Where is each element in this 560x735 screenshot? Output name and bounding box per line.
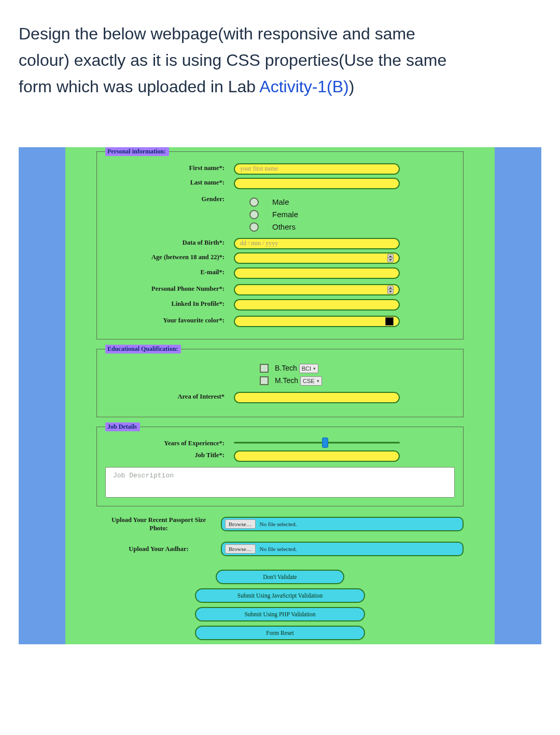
label-phone: Personal Phone Number*: [105, 284, 234, 293]
first-name-placeholder: your first name [240, 165, 278, 173]
gender-female-label: Female [272, 210, 298, 219]
mtech-select-value: CSE [303, 378, 315, 384]
phone-input[interactable] [234, 284, 400, 295]
slider-thumb-icon[interactable] [322, 437, 328, 448]
prompt-text: form which was uploaded in Lab [19, 77, 259, 96]
label-last-name: Last name*: [105, 178, 234, 187]
btech-select-value: BCI [302, 365, 311, 372]
gender-others-label: Others [272, 222, 296, 231]
gender-radio-female[interactable] [249, 210, 259, 219]
linkedin-input[interactable] [234, 299, 400, 310]
label-empty [105, 361, 234, 362]
prompt-text: colour) exactly as it is using CSS prope… [19, 51, 446, 69]
label-aoi: Area of Interest* [105, 392, 234, 401]
label-yoe: Years of Experience*: [105, 439, 234, 447]
form-canvas: Personal information: First name*: your … [65, 147, 495, 645]
browse-button[interactable]: Browse… [225, 544, 256, 554]
legend-personal: Personal information: [105, 147, 169, 156]
fieldset-education: Educational Qualification: B.Tech BCI ▾ [96, 345, 464, 417]
submit-stack: Don't Validate Submit Using JavaScript V… [96, 570, 464, 640]
gender-radio-male[interactable] [249, 197, 259, 207]
btech-checkbox[interactable] [260, 364, 269, 373]
legend-education: Educational Qualification: [105, 345, 181, 354]
dont-validate-button[interactable]: Don't Validate [216, 570, 344, 584]
fieldset-job: Job Details Years of Experience*: Job Ti… [96, 422, 464, 506]
email-input[interactable] [234, 267, 400, 279]
mtech-label: M.Tech [275, 376, 298, 385]
upload-photo-line2: Photo: [149, 525, 167, 532]
btech-select[interactable]: BCI ▾ [299, 364, 318, 373]
chevron-down-icon: ▾ [317, 378, 319, 384]
label-linkedin: Linked In Profile*: [105, 299, 234, 308]
upload-section: Upload Your Recent Passport Size Photo: … [96, 516, 464, 557]
label-age: Age (between 18 and 22)*: [105, 252, 234, 261]
chevron-down-icon: ▾ [313, 366, 316, 371]
dob-placeholder: dd / mm / yyyy [240, 239, 278, 247]
label-email: E-mail*: [105, 267, 234, 276]
legend-job: Job Details [105, 422, 140, 431]
question-prompt: Design the below webpage(with responsive… [19, 21, 541, 101]
upload-aadhar-input[interactable]: Browse… No file selected. [221, 542, 464, 556]
label-upload-aadhar: Upload Your Aadhar: [96, 545, 221, 553]
label-color: Your favourite color*: [105, 316, 234, 324]
mtech-checkbox[interactable] [260, 376, 269, 385]
upload-photo-line1: Upload Your Recent Passport Size [111, 516, 206, 524]
color-swatch-icon [385, 317, 394, 326]
first-name-input[interactable]: your first name [234, 163, 400, 175]
label-dob: Data of Birth*: [105, 238, 234, 247]
mtech-select[interactable]: CSE ▾ [300, 376, 322, 386]
label-upload-photo: Upload Your Recent Passport Size Photo: [96, 516, 221, 533]
no-file-text: No file selected. [260, 546, 297, 552]
screenshot-frame: Personal information: First name*: your … [19, 147, 541, 645]
yoe-slider[interactable] [234, 439, 400, 447]
aoi-input[interactable] [234, 392, 400, 403]
dob-input[interactable]: dd / mm / yyyy [234, 238, 400, 249]
gender-male-label: Male [272, 197, 289, 206]
jobdesc-placeholder: Job Description [113, 472, 174, 479]
jobtitle-input[interactable] [234, 450, 400, 462]
upload-photo-input[interactable]: Browse… No file selected. [221, 517, 464, 531]
submit-php-button[interactable]: Submit Using PHP Validation [195, 607, 365, 621]
color-input[interactable] [234, 316, 400, 327]
submit-js-button[interactable]: Submit Using JavaScript Validation [195, 588, 365, 603]
number-spinner-icon[interactable] [387, 254, 394, 262]
document-page: Design the below webpage(with responsive… [0, 0, 560, 675]
label-first-name: First name*: [105, 163, 234, 172]
label-jobtitle: Job Title*: [105, 450, 234, 459]
last-name-input[interactable] [234, 178, 400, 189]
gender-radio-others[interactable] [249, 222, 259, 232]
no-file-text: No file selected. [260, 521, 297, 527]
activity-link[interactable]: Activity-1(B) [259, 77, 348, 96]
fieldset-personal: Personal information: First name*: your … [96, 147, 464, 340]
age-input[interactable] [234, 252, 400, 264]
form-reset-button[interactable]: Form Reset [195, 626, 365, 640]
browse-button[interactable]: Browse… [225, 519, 256, 529]
btech-label: B.Tech [275, 364, 297, 372]
label-gender: Gender: [105, 194, 234, 203]
prompt-text: ) [349, 77, 355, 96]
jobdesc-textarea[interactable]: Job Description [105, 467, 455, 498]
number-spinner-icon[interactable] [387, 286, 394, 294]
prompt-text: Design the below webpage(with responsive… [19, 24, 415, 43]
